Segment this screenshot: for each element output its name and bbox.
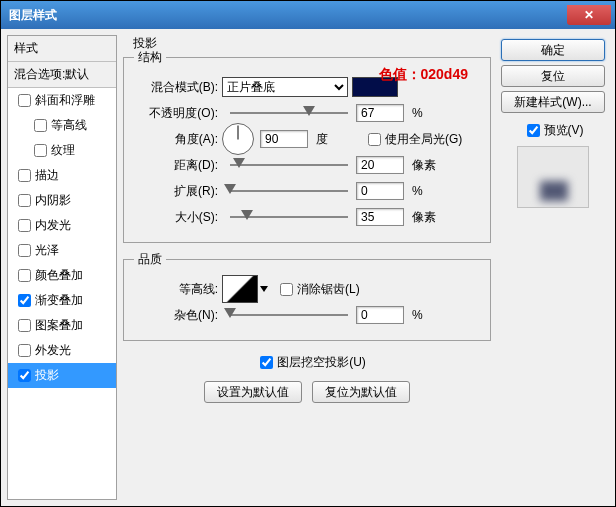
window-title: 图层样式 — [9, 7, 57, 24]
angle-input[interactable]: 90 — [260, 130, 308, 148]
ok-button[interactable]: 确定 — [501, 39, 605, 61]
sidebar-item-label: 颜色叠加 — [35, 267, 83, 284]
sidebar-blend-options[interactable]: 混合选项:默认 — [8, 62, 116, 88]
sidebar-item-checkbox[interactable] — [18, 369, 31, 382]
opacity-slider[interactable] — [230, 104, 348, 122]
close-icon: ✕ — [584, 8, 594, 22]
color-annotation: 色值：020d49 — [379, 66, 468, 84]
antialias-label: 消除锯齿(L) — [297, 281, 360, 298]
right-column: 确定 复位 新建样式(W)... 预览(V) — [497, 35, 609, 500]
global-light-label: 使用全局光(G) — [385, 131, 462, 148]
close-button[interactable]: ✕ — [567, 5, 611, 25]
quality-group: 品质 等高线: 消除锯齿(L) 杂色(N): 0 — [123, 251, 491, 341]
noise-input[interactable]: 0 — [356, 306, 404, 324]
contour-dropdown-icon[interactable] — [260, 286, 268, 292]
spread-label: 扩展(R): — [134, 183, 222, 200]
main-panel: 投影 结构 色值：020d49 混合模式(B): 正片叠底 不透明度(O): — [123, 35, 491, 500]
size-slider[interactable] — [230, 208, 348, 226]
structure-legend: 结构 — [134, 49, 166, 66]
opacity-label: 不透明度(O): — [134, 105, 222, 122]
sidebar-item[interactable]: 颜色叠加 — [8, 263, 116, 288]
blend-mode-label: 混合模式(B): — [134, 79, 222, 96]
sidebar-item[interactable]: 投影 — [8, 363, 116, 388]
antialias-checkbox-wrap[interactable]: 消除锯齿(L) — [276, 280, 360, 299]
cancel-button[interactable]: 复位 — [501, 65, 605, 87]
sidebar-item-label: 外发光 — [35, 342, 71, 359]
opacity-unit: % — [412, 106, 452, 120]
angle-label: 角度(A): — [134, 131, 222, 148]
spread-input[interactable]: 0 — [356, 182, 404, 200]
sidebar-item-checkbox[interactable] — [34, 144, 47, 157]
sidebar-item-label: 光泽 — [35, 242, 59, 259]
sidebar-item[interactable]: 内阴影 — [8, 188, 116, 213]
global-light-checkbox[interactable] — [368, 133, 381, 146]
size-input[interactable]: 35 — [356, 208, 404, 226]
sidebar-item[interactable]: 图案叠加 — [8, 313, 116, 338]
titlebar: 图层样式 ✕ — [1, 1, 615, 29]
structure-group: 结构 色值：020d49 混合模式(B): 正片叠底 不透明度(O): 67 % — [123, 49, 491, 243]
opacity-input[interactable]: 67 — [356, 104, 404, 122]
new-style-button[interactable]: 新建样式(W)... — [501, 91, 605, 113]
preview-checkbox[interactable] — [527, 124, 540, 137]
knockout-label: 图层挖空投影(U) — [277, 354, 366, 371]
blend-mode-select[interactable]: 正片叠底 — [222, 77, 348, 97]
sidebar-item-checkbox[interactable] — [18, 269, 31, 282]
distance-slider[interactable] — [230, 156, 348, 174]
sidebar-item-checkbox[interactable] — [18, 344, 31, 357]
preview-shadow-icon — [540, 181, 568, 201]
styles-sidebar: 样式 混合选项:默认 斜面和浮雕等高线纹理描边内阴影内发光光泽颜色叠加渐变叠加图… — [7, 35, 117, 500]
knockout-checkbox-wrap[interactable]: 图层挖空投影(U) — [256, 353, 366, 372]
preview-thumbnail — [517, 146, 589, 208]
knockout-checkbox[interactable] — [260, 356, 273, 369]
noise-unit: % — [412, 308, 452, 322]
sidebar-item-label: 内阴影 — [35, 192, 71, 209]
sidebar-item-label: 斜面和浮雕 — [35, 92, 95, 109]
sidebar-item-checkbox[interactable] — [18, 219, 31, 232]
reset-default-button[interactable]: 复位为默认值 — [312, 381, 410, 403]
sidebar-item[interactable]: 渐变叠加 — [8, 288, 116, 313]
sidebar-item[interactable]: 光泽 — [8, 238, 116, 263]
size-unit: 像素 — [412, 209, 452, 226]
sidebar-item-checkbox[interactable] — [18, 194, 31, 207]
layer-style-dialog: 图层样式 ✕ 样式 混合选项:默认 斜面和浮雕等高线纹理描边内阴影内发光光泽颜色… — [0, 0, 616, 507]
sidebar-item[interactable]: 内发光 — [8, 213, 116, 238]
global-light-checkbox-wrap[interactable]: 使用全局光(G) — [364, 130, 462, 149]
sidebar-item-label: 描边 — [35, 167, 59, 184]
dialog-body: 样式 混合选项:默认 斜面和浮雕等高线纹理描边内阴影内发光光泽颜色叠加渐变叠加图… — [5, 33, 611, 502]
quality-legend: 品质 — [134, 251, 166, 268]
sidebar-header: 样式 — [8, 36, 116, 62]
make-default-button[interactable]: 设置为默认值 — [204, 381, 302, 403]
sidebar-item-label: 投影 — [35, 367, 59, 384]
noise-slider[interactable] — [230, 306, 348, 324]
spread-unit: % — [412, 184, 452, 198]
sidebar-item-checkbox[interactable] — [18, 244, 31, 257]
contour-label: 等高线: — [134, 281, 222, 298]
sidebar-item[interactable]: 描边 — [8, 163, 116, 188]
sidebar-item-checkbox[interactable] — [18, 94, 31, 107]
sidebar-item[interactable]: 斜面和浮雕 — [8, 88, 116, 113]
antialias-checkbox[interactable] — [280, 283, 293, 296]
preview-label: 预览(V) — [544, 122, 584, 139]
sidebar-item-checkbox[interactable] — [18, 294, 31, 307]
angle-unit: 度 — [316, 131, 356, 148]
sidebar-item-label: 渐变叠加 — [35, 292, 83, 309]
sidebar-item[interactable]: 外发光 — [8, 338, 116, 363]
sidebar-item-checkbox[interactable] — [34, 119, 47, 132]
sidebar-item-checkbox[interactable] — [18, 319, 31, 332]
sidebar-item[interactable]: 纹理 — [8, 138, 116, 163]
size-label: 大小(S): — [134, 209, 222, 226]
spread-slider[interactable] — [230, 182, 348, 200]
sidebar-item-checkbox[interactable] — [18, 169, 31, 182]
sidebar-item-label: 等高线 — [51, 117, 87, 134]
distance-input[interactable]: 20 — [356, 156, 404, 174]
sidebar-item-label: 内发光 — [35, 217, 71, 234]
sidebar-item-label: 图案叠加 — [35, 317, 83, 334]
noise-label: 杂色(N): — [134, 307, 222, 324]
sidebar-item-label: 纹理 — [51, 142, 75, 159]
angle-dial[interactable] — [222, 123, 254, 155]
distance-label: 距离(D): — [134, 157, 222, 174]
sidebar-item[interactable]: 等高线 — [8, 113, 116, 138]
distance-unit: 像素 — [412, 157, 452, 174]
contour-picker[interactable] — [222, 275, 258, 303]
